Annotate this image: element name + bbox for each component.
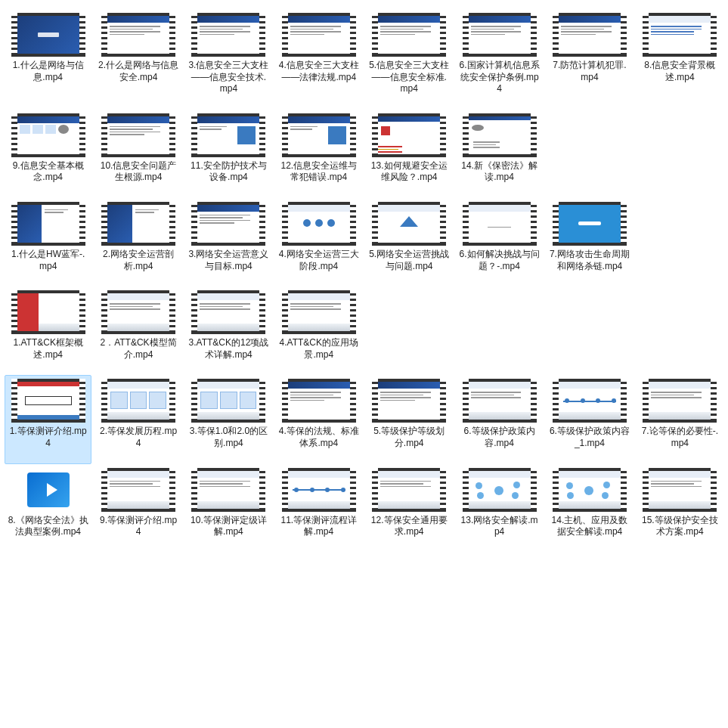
file-name: 4.等保的法规、标准体系.mp4 [279, 426, 359, 449]
file-name: 13.网络安全解读.mp4 [460, 515, 540, 538]
file-item[interactable]: 4.ATT&CK的应用场景.mp4 [275, 287, 362, 375]
file-item[interactable]: 4.信息安全三大支柱——法律法规.mp4 [275, 9, 362, 98]
file-name: 2.什么是网络与信息安全.mp4 [98, 60, 178, 83]
file-item[interactable]: 9.等保测评介绍.mp4 [94, 464, 181, 553]
file-name: 10.等保测评定级详解.mp4 [188, 515, 268, 538]
file-item[interactable]: 8.《网络安全法》执法典型案例.mp4 [5, 464, 91, 553]
video-thumbnail [11, 202, 85, 246]
file-item[interactable]: 13.如何规避安全运维风险？.mp4 [366, 110, 453, 198]
file-item[interactable]: 8.信息安全背景概述.mp4 [637, 9, 723, 98]
video-thumbnail [282, 13, 356, 57]
video-file-icon [21, 468, 76, 512]
file-item[interactable]: 12.等保安全通用要求.mp4 [366, 464, 453, 553]
file-item[interactable]: 4.等保的法规、标准体系.mp4 [275, 375, 362, 463]
file-name: 1.ATT&CK框架概述.mp4 [8, 337, 88, 361]
file-name: 6.国家计算机信息系统安全保护条例.mp4 [460, 60, 540, 95]
file-item[interactable]: 2.等保发展历程.mp4 [94, 375, 181, 463]
file-item[interactable]: 1.什么是网络与信息.mp4 [5, 9, 91, 98]
video-thumbnail [101, 468, 175, 512]
video-thumbnail [463, 202, 537, 246]
file-item[interactable]: 7.防范计算机犯罪.mp4 [546, 9, 633, 98]
file-name: 7.防范计算机犯罪.mp4 [550, 60, 630, 83]
file-item[interactable]: 2.什么是网络与信息安全.mp4 [94, 9, 181, 98]
video-thumbnail [191, 13, 265, 57]
file-name: 1.什么是HW蓝军-.mp4 [8, 249, 88, 272]
video-thumbnail [101, 13, 175, 57]
file-name: 5.等级保护等级划分.mp4 [369, 426, 449, 449]
video-thumbnail [463, 13, 537, 57]
file-item[interactable]: 7.网络攻击生命周期和网络杀链.mp4 [546, 198, 633, 287]
file-name: 3.ATT&CK的12项战术详解.mp4 [188, 337, 268, 361]
file-item[interactable]: 5.网络安全运营挑战与问题.mp4 [366, 198, 453, 287]
video-thumbnail [643, 468, 717, 512]
file-name: 9.等保测评介绍.mp4 [98, 515, 178, 538]
video-thumbnail [101, 379, 175, 423]
file-item[interactable]: 11.安全防护技术与设备.mp4 [185, 110, 272, 198]
video-thumbnail [643, 379, 717, 423]
file-name: 9.信息安全基本概念.mp4 [8, 160, 88, 184]
video-thumbnail [191, 290, 265, 334]
file-name: 2.等保发展历程.mp4 [98, 426, 178, 449]
file-name: 8.《网络安全法》执法典型案例.mp4 [8, 515, 88, 538]
video-thumbnail [553, 13, 627, 57]
file-name: 10.信息安全问题产生根源.mp4 [98, 160, 178, 184]
file-item[interactable]: 3.ATT&CK的12项战术详解.mp4 [185, 287, 272, 375]
file-item[interactable]: 2．ATT&CK模型简介.mp4 [94, 287, 181, 375]
file-item[interactable]: 13.网络安全解读.mp4 [456, 464, 543, 553]
video-thumbnail [553, 468, 627, 512]
file-item[interactable]: 10.信息安全问题产生根源.mp4 [94, 110, 181, 198]
file-item[interactable]: 11.等保测评流程详解.mp4 [275, 464, 362, 553]
video-thumbnail [463, 379, 537, 423]
file-name: 2．ATT&CK模型简介.mp4 [98, 337, 178, 361]
file-item[interactable]: 14.新《保密法》解读.mp4 [456, 110, 543, 198]
file-item[interactable]: 3.信息安全三大支柱——信息安全技术.mp4 [185, 9, 272, 110]
video-thumbnail [282, 113, 356, 157]
video-thumbnail [11, 379, 85, 423]
file-item[interactable]: 12.信息安全运维与常犯错误.mp4 [275, 110, 362, 198]
file-item[interactable]: 1.ATT&CK框架概述.mp4 [5, 287, 91, 375]
file-name: 8.信息安全背景概述.mp4 [640, 60, 720, 83]
file-item[interactable]: 6.等级保护政策内容_1.mp4 [546, 375, 633, 463]
file-name: 4.网络安全运营三大阶段.mp4 [279, 249, 359, 272]
video-thumbnail [191, 113, 265, 157]
file-item[interactable]: 5.等级保护等级划分.mp4 [366, 375, 453, 463]
file-item[interactable]: 3.等保1.0和2.0的区别.mp4 [185, 375, 272, 463]
file-name: 3.网络安全运营意义与目标.mp4 [188, 249, 268, 272]
video-thumbnail [553, 202, 627, 246]
video-thumbnail [101, 290, 175, 334]
video-thumbnail [191, 379, 265, 423]
file-item[interactable]: 6.国家计算机信息系统安全保护条例.mp4 [456, 9, 543, 110]
file-item[interactable]: 3.网络安全运营意义与目标.mp4 [185, 198, 272, 287]
file-item[interactable]: 14.主机、应用及数据安全解读.mp4 [546, 464, 633, 553]
video-thumbnail [463, 113, 537, 157]
video-thumbnail [282, 468, 356, 512]
file-item[interactable]: 6.等级保护政策内容.mp4 [456, 375, 543, 463]
file-item[interactable]: 10.等保测评定级详解.mp4 [185, 464, 272, 553]
file-item[interactable]: 6.如何解决挑战与问题？-.mp4 [456, 198, 543, 287]
file-item[interactable]: 1.等保测评介绍.mp4 [5, 375, 91, 463]
file-name: 5.网络安全运营挑战与问题.mp4 [369, 249, 449, 272]
file-item[interactable]: 9.信息安全基本概念.mp4 [5, 110, 91, 198]
file-name: 14.新《保密法》解读.mp4 [460, 160, 540, 184]
file-grid: 1.什么是网络与信息.mp42.什么是网络与信息安全.mp43.信息安全三大支柱… [5, 9, 723, 553]
file-name: 1.什么是网络与信息.mp4 [8, 60, 88, 83]
video-thumbnail [191, 468, 265, 512]
file-name: 7.网络攻击生命周期和网络杀链.mp4 [550, 249, 630, 272]
file-item[interactable]: 15.等级保护安全技术方案.mp4 [637, 464, 723, 553]
video-thumbnail [463, 468, 537, 512]
file-name: 4.信息安全三大支柱——法律法规.mp4 [279, 60, 359, 83]
file-item[interactable]: 4.网络安全运营三大阶段.mp4 [275, 198, 362, 287]
file-item[interactable]: 2.网络安全运营剖析.mp4 [94, 198, 181, 287]
file-name: 15.等级保护安全技术方案.mp4 [640, 515, 720, 538]
video-thumbnail [11, 113, 85, 157]
file-item[interactable]: 1.什么是HW蓝军-.mp4 [5, 198, 91, 287]
file-item[interactable]: 5.信息安全三大支柱——信息安全标准.mp4 [366, 9, 453, 110]
video-thumbnail [101, 113, 175, 157]
file-name: 6.等级保护政策内容.mp4 [460, 426, 540, 449]
file-name: 7.论等保的必要性-.mp4 [640, 426, 720, 449]
file-item[interactable]: 7.论等保的必要性-.mp4 [637, 375, 723, 463]
file-name: 12.等保安全通用要求.mp4 [369, 515, 449, 538]
file-name: 13.如何规避安全运维风险？.mp4 [369, 160, 449, 184]
video-thumbnail [282, 379, 356, 423]
video-thumbnail [553, 379, 627, 423]
